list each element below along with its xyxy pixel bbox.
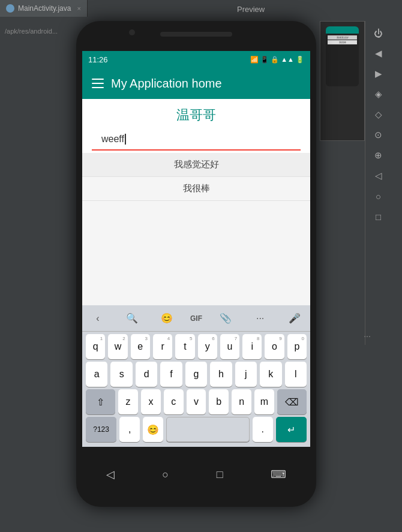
wifi-icon: 📶 [250, 56, 259, 64]
keyboard-toolbar: ‹ 🔍 😊 GIF 📎 ··· 🎤 [82, 305, 310, 332]
tab-close-button[interactable]: × [77, 5, 80, 12]
phone-device: 11:26 📶 📱 🔒 ▲▲ 🔋 My Application home 温哥哥… [76, 21, 316, 507]
phone-camera [129, 29, 135, 35]
key-e[interactable]: 3e [131, 334, 150, 359]
mini-row-2: 我很棒 [328, 40, 357, 44]
key-s[interactable]: s [110, 362, 132, 387]
keyboard-more-button[interactable]: ··· [250, 308, 271, 329]
keyboard-gif-button[interactable]: GIF [190, 314, 202, 323]
sim-icon: 📱 [260, 56, 269, 64]
status-bar: 11:26 📶 📱 🔒 ▲▲ 🔋 [82, 51, 310, 68]
suggestion-text-2: 我很棒 [183, 183, 210, 193]
keyboard-row-1: 1q 2w 3e 4r 5t 6y 7u 8i 9o 0p [86, 334, 307, 359]
key-w[interactable]: 2w [108, 334, 127, 359]
keyboard-row-2: a s d f g h j k l [86, 362, 307, 387]
key-emoji[interactable]: 😊 [143, 417, 163, 442]
key-numbers[interactable]: ?123 [86, 417, 116, 442]
key-comma[interactable]: , [119, 417, 140, 442]
mini-toolbar [326, 26, 359, 34]
key-q[interactable]: 1q [86, 334, 105, 359]
key-x[interactable]: x [141, 389, 161, 414]
suggestion-text-1: 我感觉还好 [174, 159, 219, 169]
key-n[interactable]: n [232, 389, 251, 414]
key-enter[interactable]: ↵ [276, 417, 307, 442]
key-y[interactable]: 6y [198, 334, 217, 359]
camera-icon[interactable]: ⊙ [368, 125, 389, 145]
volume-up-button[interactable]: ◀ [368, 44, 389, 63]
mini-content: 我感觉还好 我很棒 [326, 34, 359, 46]
key-backspace[interactable]: ⌫ [277, 389, 307, 414]
key-t[interactable]: 5t [175, 334, 194, 359]
key-j[interactable]: j [235, 362, 257, 387]
back-icon[interactable]: ◁ [368, 166, 389, 185]
status-time: 11:26 [88, 55, 108, 64]
key-g[interactable]: g [185, 362, 207, 387]
phone-speaker [160, 32, 232, 37]
keyboard-mic-button[interactable]: 🎤 [284, 308, 305, 329]
power-button[interactable]: ⏻ [368, 23, 389, 43]
mini-row-1: 我感觉还好 [328, 35, 357, 40]
input-text-value: weeff [101, 134, 124, 145]
nav-recents-icon[interactable]: □ [217, 468, 223, 481]
nav-home-icon[interactable]: ○ [162, 468, 169, 481]
key-k[interactable]: k [260, 362, 281, 387]
key-c[interactable]: c [164, 389, 184, 414]
zoom-icon[interactable]: ⊕ [368, 146, 389, 165]
key-i[interactable]: 8i [242, 334, 262, 359]
app-content: 温哥哥 weeff 我感觉还好 我很棒 [82, 99, 310, 201]
keyboard-emoji-icon[interactable]: 😊 [156, 308, 178, 329]
key-u[interactable]: 7u [220, 334, 239, 359]
battery-icon: 🔋 [296, 56, 304, 64]
key-h[interactable]: h [210, 362, 232, 387]
mini-preview-panel: 我感觉还好 我很棒 [320, 21, 365, 141]
key-v[interactable]: v [187, 389, 206, 414]
app-name-display: 温哥哥 [82, 99, 310, 129]
key-f[interactable]: f [160, 362, 182, 387]
tab-filename: MainActivity.java [18, 4, 71, 13]
side-panel: ⏻ ◀ ▶ ◈ ◇ ⊙ ⊕ ◁ ○ □ ··· [365, 21, 391, 345]
key-m[interactable]: m [254, 389, 274, 414]
key-z[interactable]: z [118, 389, 138, 414]
preview-label: Preview [237, 5, 265, 14]
tab-mainactivity[interactable]: MainActivity.java × [0, 0, 88, 17]
phone-screen: 11:26 📶 📱 🔒 ▲▲ 🔋 My Application home 温哥哥… [82, 51, 310, 447]
keyboard-search-button[interactable]: 🔍 [121, 308, 143, 329]
key-l[interactable]: l [285, 362, 307, 387]
suggestion-item-1[interactable]: 我感觉还好 [82, 153, 310, 177]
nav-back-icon[interactable]: ◁ [106, 468, 115, 481]
key-space[interactable] [166, 417, 249, 442]
keyboard-row-3: ⇧ z x c v b n m ⌫ [86, 389, 307, 414]
text-input-field[interactable]: weeff [92, 129, 301, 151]
diamond-icon[interactable]: ◇ [368, 105, 389, 124]
key-b[interactable]: b [209, 389, 229, 414]
phone-nav-bar: ◁ ○ □ ⌨ [82, 460, 310, 489]
key-p[interactable]: 0p [287, 334, 307, 359]
text-cursor [125, 134, 126, 145]
ide-breadcrumb: /apk/res/android... [0, 24, 62, 40]
side-dots: ··· [354, 327, 380, 345]
signal-icon: ▲▲ [281, 56, 294, 63]
keyboard-row-4: ?123 , 😊 . ↵ [86, 417, 307, 442]
keyboard-back-button[interactable]: ‹ [87, 308, 109, 329]
key-period[interactable]: . [253, 417, 273, 442]
square-icon[interactable]: □ [368, 207, 389, 226]
menu-icon[interactable] [92, 77, 104, 89]
key-shift[interactable]: ⇧ [86, 389, 115, 414]
tab-bar: MainActivity.java × [0, 0, 324, 17]
tag-icon[interactable]: ◈ [368, 85, 389, 104]
suggestion-item-2[interactable]: 我很棒 [82, 177, 310, 201]
toolbar-title: My Application home [111, 77, 222, 91]
java-file-icon [6, 4, 14, 13]
volume-down-button[interactable]: ▶ [368, 64, 389, 83]
app-toolbar: My Application home [82, 68, 310, 99]
keyboard-attach-button[interactable]: 📎 [215, 308, 236, 329]
key-o[interactable]: 9o [265, 334, 284, 359]
lock-icon: 🔒 [271, 56, 279, 64]
circle-icon[interactable]: ○ [368, 187, 389, 206]
key-r[interactable]: 4r [153, 334, 172, 359]
keyboard: ‹ 🔍 😊 GIF 📎 ··· 🎤 1q 2w 3e 4r 5t 6y 7u 8… [82, 305, 310, 447]
nav-keyboard-icon[interactable]: ⌨ [271, 468, 286, 481]
key-a[interactable]: a [86, 362, 107, 387]
key-d[interactable]: d [136, 362, 157, 387]
mini-phone: 我感觉还好 我很棒 [326, 26, 359, 86]
